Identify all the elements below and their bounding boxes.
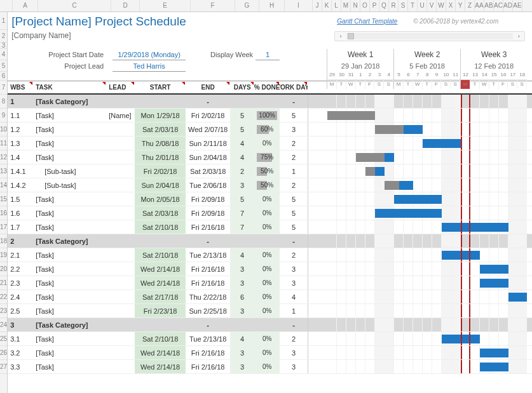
start-cell[interactable]: Sat 2/17/18 <box>135 290 186 303</box>
end-cell[interactable]: Wed 2/07/18 <box>186 123 230 136</box>
start-cell[interactable] <box>135 95 186 108</box>
gantt-bar[interactable] <box>508 293 527 302</box>
wbs-cell[interactable]: 2 <box>8 234 33 248</box>
scroll-left-icon[interactable]: ‹ <box>336 32 345 40</box>
start-cell[interactable]: Thu 2/08/18 <box>135 137 186 150</box>
lead-cell[interactable] <box>106 192 135 206</box>
workdays-cell[interactable]: 2 <box>280 137 308 150</box>
col-header[interactable]: P <box>370 0 379 11</box>
task-row[interactable]: 2.2[Task]Wed 2/14/18Fri 2/16/1830%3 <box>8 262 532 276</box>
task-row[interactable]: 1.5[Task]Mon 2/05/18Fri 2/09/1850%5 <box>8 192 532 206</box>
end-cell[interactable]: Tue 2/06/18 <box>186 178 230 192</box>
gantt-bar[interactable] <box>365 167 385 176</box>
gantt-bar[interactable] <box>423 139 461 148</box>
start-cell[interactable]: Sat 2/03/18 <box>135 123 186 136</box>
workdays-cell[interactable]: 3 <box>280 346 308 359</box>
task-cell[interactable]: [Task] <box>33 137 106 150</box>
pct-cell[interactable]: 0% <box>254 276 280 290</box>
workdays-cell[interactable]: 2 <box>280 178 308 192</box>
col-header[interactable]: I <box>285 0 313 11</box>
wbs-cell[interactable]: 1.7 <box>8 220 33 234</box>
row-header[interactable]: 23 <box>0 304 7 318</box>
workdays-cell[interactable]: - <box>280 318 308 331</box>
col-header[interactable]: M <box>341 0 351 11</box>
scroll-thumb[interactable] <box>348 33 354 39</box>
workdays-cell[interactable]: 1 <box>280 304 308 317</box>
col-header[interactable]: J <box>313 0 322 11</box>
start-cell[interactable]: Sat 2/03/18 <box>135 206 186 220</box>
col-header[interactable]: AD <box>503 0 513 11</box>
row-header[interactable]: 15 <box>0 192 7 206</box>
days-cell[interactable]: 7 <box>230 206 254 220</box>
category-row[interactable]: 3[Task Category]-- <box>8 318 532 332</box>
col-header[interactable]: T <box>408 0 418 11</box>
task-row[interactable]: 1.7[Task]Sat 2/10/18Fri 2/16/1870%5 <box>8 220 532 234</box>
workdays-cell[interactable]: 5 <box>280 220 308 234</box>
pct-cell[interactable]: 0% <box>254 360 280 373</box>
wbs-cell[interactable]: 1.5 <box>8 192 33 206</box>
days-cell[interactable]: 3 <box>230 360 254 373</box>
end-cell[interactable]: - <box>186 95 230 108</box>
col-work[interactable]: WORK DAYS <box>280 81 308 93</box>
row-header[interactable]: 27 <box>0 360 7 374</box>
start-cell[interactable]: Fri 2/23/18 <box>135 304 186 317</box>
start-cell[interactable]: Thu 2/01/18 <box>135 150 186 164</box>
task-cell[interactable]: [Task] <box>33 276 106 290</box>
days-cell[interactable]: 2 <box>230 164 254 178</box>
task-cell[interactable]: [Task] <box>33 248 106 262</box>
task-cell[interactable]: [Task] <box>33 304 106 317</box>
col-end[interactable]: END <box>186 81 230 93</box>
wbs-cell[interactable]: 1.6 <box>8 206 33 220</box>
task-row[interactable]: 3.2[Task]Wed 2/14/18Fri 2/16/1830%3 <box>8 346 532 360</box>
pct-cell[interactable] <box>254 318 280 331</box>
days-cell[interactable]: 5 <box>230 192 254 206</box>
template-link[interactable]: Gantt Chart Template <box>337 18 397 25</box>
task-row[interactable]: 1.4.2[Sub-task]Sun 2/04/18Tue 2/06/18350… <box>8 178 532 192</box>
col-days[interactable]: DAYS <box>230 81 254 93</box>
lead-cell[interactable] <box>106 137 135 150</box>
col-header[interactable]: L <box>332 0 341 11</box>
wbs-cell[interactable]: 1.4.1 <box>8 164 33 178</box>
start-cell[interactable]: Mon 1/29/18 <box>135 109 186 122</box>
task-row[interactable]: 1.3[Task]Thu 2/08/18Sun 2/11/1840%2 <box>8 137 532 150</box>
wbs-cell[interactable]: 2.5 <box>8 304 33 317</box>
lead-cell[interactable] <box>106 360 135 373</box>
days-cell[interactable]: 4 <box>230 150 254 164</box>
col-header[interactable]: X <box>446 0 456 11</box>
start-cell[interactable]: Wed 2/14/18 <box>135 346 186 359</box>
end-cell[interactable]: Fri 2/16/18 <box>186 276 230 290</box>
row-header[interactable]: 10 <box>0 123 7 137</box>
display-week-value[interactable]: 1 <box>256 49 280 60</box>
corner-cell[interactable] <box>0 0 13 11</box>
pct-cell[interactable]: 0% <box>254 248 280 262</box>
wbs-cell[interactable]: 2.1 <box>8 248 33 262</box>
col-header[interactable]: N <box>351 0 360 11</box>
pct-cell[interactable]: 0% <box>254 206 280 220</box>
lead-cell[interactable] <box>106 220 135 234</box>
days-cell[interactable]: 3 <box>230 262 254 276</box>
scroll-track[interactable] <box>346 33 513 39</box>
wbs-cell[interactable]: 3.2 <box>8 346 33 359</box>
wbs-cell[interactable]: 1 <box>8 95 33 108</box>
week-scrollbar[interactable]: ‹› <box>334 31 525 41</box>
col-header[interactable]: A <box>13 0 38 11</box>
task-row[interactable]: 2.4[Task]Sat 2/17/18Thu 2/22/1860%4 <box>8 290 532 304</box>
wbs-cell[interactable]: 1.1 <box>8 109 33 122</box>
pct-cell[interactable]: 60% <box>254 123 280 136</box>
lead-cell[interactable] <box>106 318 135 331</box>
end-cell[interactable]: Sun 2/11/18 <box>186 137 230 150</box>
row-header[interactable]: 7 <box>0 81 7 95</box>
pct-cell[interactable] <box>254 234 280 248</box>
row-header[interactable]: 9 <box>0 109 7 123</box>
row-header[interactable]: 6 <box>0 72 7 81</box>
task-cell[interactable]: [Task] <box>33 332 106 345</box>
lead-cell[interactable] <box>106 262 135 276</box>
pct-cell[interactable]: 0% <box>254 290 280 303</box>
task-cell[interactable]: [Task] <box>33 220 106 234</box>
days-cell[interactable]: 5 <box>230 123 254 136</box>
workdays-cell[interactable]: 2 <box>280 332 308 345</box>
pct-cell[interactable]: 0% <box>254 332 280 345</box>
end-cell[interactable]: Fri 2/09/18 <box>186 192 230 206</box>
col-pct[interactable]: % DONE <box>254 81 280 93</box>
end-cell[interactable]: Fri 2/16/18 <box>186 220 230 234</box>
